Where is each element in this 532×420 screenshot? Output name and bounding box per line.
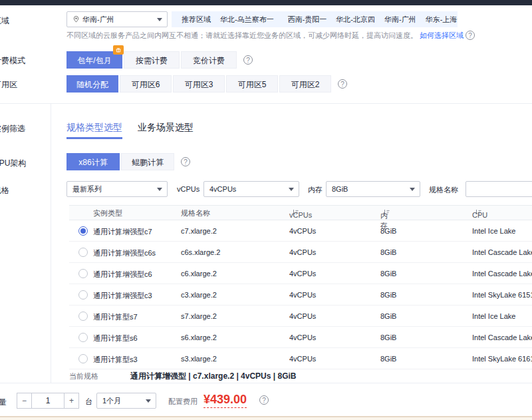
cell-vcpus: 4vCPUs	[289, 333, 316, 341]
cell-vcpus: 4vCPUs	[289, 248, 316, 256]
col-header-name: 规格名称	[181, 208, 210, 218]
cell-memory: 8GiB	[380, 270, 396, 278]
fee-amount: ¥439.00	[203, 393, 247, 408]
az-help-icon[interactable]: ?	[338, 79, 347, 89]
memory-select[interactable]: 8GiB	[326, 181, 420, 197]
radio-unselected[interactable]	[78, 290, 88, 300]
table-row[interactable]: 通用计算型s6 s6.xlarge.2 4vCPUs 8GiB Intel Ca…	[69, 327, 532, 348]
flavor-table-header: 实例类型 规格名称 vCPUs 内存 CPU	[69, 205, 532, 220]
cell-type: 通用计算增强型c7	[93, 227, 152, 237]
table-row[interactable]: 通用计算增强型c3 c3.xlarge.2 4vCPUs 8GiB Intel …	[69, 284, 532, 306]
col-header-type: 实例类型	[93, 208, 122, 218]
recommend-region-item[interactable]: 华南-广州	[384, 15, 416, 25]
footer-bar	[0, 417, 532, 420]
cell-vcpus: 4vCPUs	[289, 270, 316, 278]
cell-name: s7.xlarge.2	[181, 312, 217, 320]
cell-vcpus: 4vCPUs	[289, 312, 316, 320]
duration-select-value: 1个月	[102, 397, 121, 405]
cell-vcpus: 4vCPUs	[289, 227, 316, 235]
cell-cpu: Intel Ice Lake	[472, 312, 515, 320]
az-option-random[interactable]: 随机分配	[66, 75, 118, 93]
tab-spec-type[interactable]: 规格类型选型	[66, 122, 122, 134]
table-row[interactable]: 通用计算型s7 s7.xlarge.2 4vCPUs 8GiB Intel Ic…	[69, 306, 532, 327]
cell-cpu: Intel Cascade Lake 3.0	[472, 270, 532, 278]
memory-select-value: 8GiB	[332, 185, 348, 193]
radio-unselected[interactable]	[78, 354, 88, 363]
billing-mode-label: 计费模式	[0, 55, 57, 67]
cell-vcpus: 4vCPUs	[289, 291, 316, 299]
radio-unselected[interactable]	[78, 269, 88, 278]
fee-label: 配置费用	[168, 397, 198, 407]
az-option-az5[interactable]: 可用区5	[226, 75, 278, 93]
chevron-down-icon	[410, 188, 415, 191]
location-pin-icon	[72, 15, 80, 23]
table-row[interactable]: 通用计算增强型c6s c6s.xlarge.2 4vCPUs 8GiB Inte…	[69, 242, 532, 263]
series-select[interactable]: 最新系列	[66, 181, 168, 197]
duration-select[interactable]: 1个月	[96, 393, 156, 409]
promo-badge-icon	[113, 45, 124, 55]
recommend-region-item[interactable]: 华北-北京四	[336, 15, 375, 25]
vcpus-select[interactable]: 4vCPUs	[203, 181, 299, 197]
cpu-arch-x86[interactable]: x86计算	[66, 153, 120, 170]
cell-name: c6.xlarge.2	[181, 270, 217, 278]
cell-memory: 8GiB	[380, 355, 396, 363]
table-row[interactable]: 通用计算型s3 s3.xlarge.2 4vCPUs 8GiB Intel Sk…	[69, 348, 532, 369]
vcpus-select-value: 4vCPUs	[209, 185, 236, 193]
az-option-az6[interactable]: 可用区6	[120, 75, 172, 93]
cell-memory: 8GiB	[380, 312, 396, 320]
region-note-text: 不同区域的云服务产品之间内网互不相通；请就近选择靠近您业务的区域，可减少网络时延…	[66, 31, 418, 39]
radio-unselected[interactable]	[78, 248, 88, 257]
cell-type: 通用计算增强型c3	[93, 291, 152, 301]
quantity-input[interactable]: 1	[31, 393, 65, 409]
table-row[interactable]: 通用计算增强型c7 c7.xlarge.2 4vCPUs 8GiB Intel …	[69, 220, 532, 242]
cpu-arch-label: CPU架构	[0, 158, 57, 169]
radio-unselected[interactable]	[78, 333, 88, 342]
chevron-down-icon	[289, 188, 294, 191]
tab-business-scene[interactable]: 业务场景选型	[138, 122, 194, 134]
region-label: 区域	[0, 15, 57, 27]
billing-option-on-demand[interactable]: 按需计费	[124, 51, 180, 69]
chevron-down-icon	[157, 188, 162, 191]
radio-selected[interactable]	[78, 226, 88, 236]
chevron-down-icon	[146, 399, 151, 403]
cell-memory: 8GiB	[380, 227, 396, 235]
vcpus-filter-label: vCPUs	[177, 185, 200, 193]
cell-cpu: Intel Ice Lake	[472, 227, 515, 235]
cell-cpu: Intel SkyLake 6151 3.0	[472, 291, 532, 299]
cell-memory: 8GiB	[380, 248, 396, 256]
radio-unselected[interactable]	[78, 312, 88, 321]
region-note: 不同区域的云服务产品之间内网互不相通；请就近选择靠近您业务的区域，可减少网络时延…	[66, 31, 475, 41]
col-header-cpu: CPU	[472, 208, 481, 216]
cell-name: s6.xlarge.2	[181, 333, 217, 341]
recommend-region-item[interactable]: 西南-贵阳一	[288, 15, 327, 25]
cpu-arch-help-icon[interactable]: ?	[181, 157, 190, 166]
cell-name: s3.xlarge.2	[181, 355, 217, 363]
az-option-az3[interactable]: 可用区3	[173, 75, 225, 93]
cell-type: 通用计算型s6	[93, 333, 138, 343]
ecs-purchase-page: 区域 华南-广州 推荐区域 华北-乌兰察布一 西南-贵阳一 华北-北京四 华南-…	[0, 0, 532, 420]
billing-help-icon[interactable]: ?	[243, 55, 253, 65]
current-spec-label: 当前规格	[69, 371, 98, 381]
flavor-name-input[interactable]	[466, 181, 532, 197]
recommend-region-item[interactable]: 华北-乌兰察布一	[220, 15, 274, 25]
cpu-arch-kunpeng[interactable]: 鲲鹏计算	[121, 153, 174, 170]
quantity-plus-button[interactable]: +	[64, 393, 79, 409]
flavor-name-label: 规格名称	[429, 185, 458, 195]
how-to-choose-region-link[interactable]: 如何选择区域	[420, 31, 464, 39]
spec-label: 规格	[0, 185, 57, 196]
region-select[interactable]: 华南-广州	[66, 11, 168, 27]
cell-type: 通用计算型s3	[93, 355, 138, 365]
help-icon[interactable]: ?	[466, 31, 475, 40]
col-header-memory: 内存	[380, 208, 390, 216]
cell-cpu: Intel Cascade Lake 2.6	[472, 333, 532, 341]
memory-filter-label: 内存	[308, 185, 323, 195]
table-row[interactable]: 通用计算增强型c6 c6.xlarge.2 4vCPUs 8GiB Intel …	[69, 263, 532, 284]
quantity-minus-button[interactable]: −	[17, 393, 32, 409]
cell-type: 通用计算型s7	[93, 312, 138, 322]
billing-option-spot[interactable]: 竞价计费	[181, 51, 237, 69]
current-spec-value: 通用计算增强型 | c7.xlarge.2 | 4vCPUs | 8GiB	[130, 371, 297, 382]
fee-help-icon[interactable]: ?	[259, 395, 269, 405]
az-option-az2[interactable]: 可用区2	[279, 75, 331, 93]
footer-divider	[0, 383, 532, 383]
recommend-region-item[interactable]: 华东-上海一	[426, 15, 458, 25]
